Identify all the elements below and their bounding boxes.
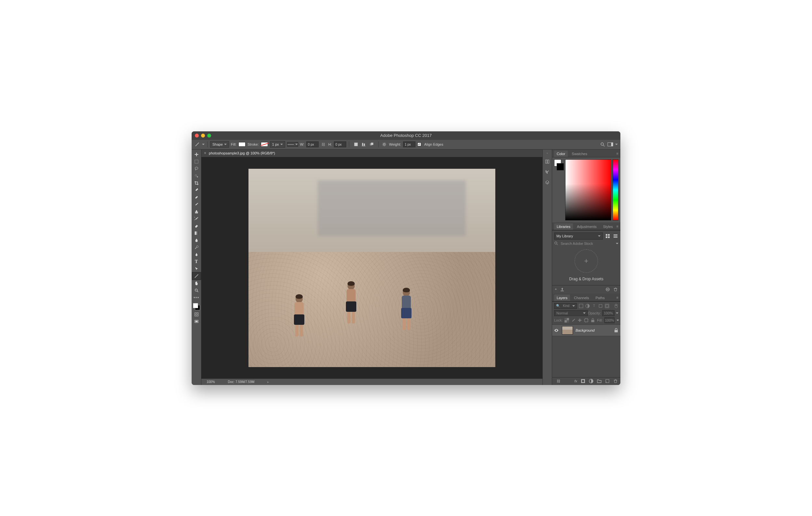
line-tool[interactable] bbox=[192, 272, 201, 280]
filter-type-icon[interactable]: T bbox=[592, 304, 596, 308]
filter-kind-dropdown[interactable]: 🔍Kind bbox=[554, 303, 577, 309]
shape-mode-dropdown[interactable]: Shape bbox=[210, 141, 229, 147]
pen-tool[interactable] bbox=[192, 251, 201, 258]
quick-select-tool[interactable] bbox=[192, 172, 201, 180]
lasso-tool[interactable] bbox=[192, 165, 201, 172]
adjustment-layer-icon[interactable] bbox=[589, 379, 593, 383]
path-operations-icon[interactable] bbox=[353, 141, 359, 147]
filter-pixel-icon[interactable] bbox=[579, 304, 583, 308]
history-panel-icon[interactable] bbox=[544, 158, 551, 165]
library-drop-zone[interactable]: + Drag & Drop Assets bbox=[554, 247, 618, 283]
crop-tool[interactable] bbox=[192, 180, 201, 187]
cc-sync-icon[interactable] bbox=[605, 287, 610, 292]
filter-shape-icon[interactable] bbox=[598, 304, 603, 308]
trash-icon[interactable] bbox=[613, 287, 618, 292]
filter-smart-icon[interactable] bbox=[605, 304, 609, 308]
weight-input[interactable] bbox=[403, 141, 415, 147]
maximize-window-button[interactable] bbox=[207, 134, 211, 138]
library-selector[interactable]: My Library bbox=[554, 233, 603, 240]
history-brush-tool[interactable] bbox=[192, 215, 201, 222]
dodge-tool[interactable] bbox=[192, 244, 201, 251]
eraser-tool[interactable] bbox=[192, 222, 201, 229]
delete-layer-icon[interactable] bbox=[613, 379, 618, 383]
stroke-swatch[interactable] bbox=[261, 142, 268, 147]
layer-name[interactable]: Background bbox=[576, 328, 595, 332]
workspace-switcher-icon[interactable] bbox=[607, 141, 613, 147]
fill-swatch[interactable] bbox=[238, 142, 245, 147]
screen-mode-button[interactable] bbox=[192, 318, 201, 325]
canvas-viewport[interactable] bbox=[201, 157, 543, 378]
link-wh-icon[interactable]: ⛓ bbox=[321, 142, 326, 146]
zoom-level[interactable]: 100% bbox=[207, 380, 215, 384]
new-layer-icon[interactable] bbox=[605, 379, 610, 383]
background-color-swatch[interactable] bbox=[557, 163, 564, 170]
color-field[interactable] bbox=[565, 159, 611, 220]
tab-swatches[interactable]: Swatches bbox=[569, 151, 590, 157]
minimize-window-button[interactable] bbox=[201, 134, 205, 138]
document-tab-title[interactable]: photoshopsample3.jpg @ 100% (RGB/8*) bbox=[209, 151, 275, 155]
workspace-dropdown[interactable] bbox=[615, 144, 618, 145]
lock-icon[interactable] bbox=[614, 328, 618, 333]
hue-slider[interactable] bbox=[613, 159, 618, 220]
marquee-tool[interactable] bbox=[192, 158, 201, 165]
lock-all-icon[interactable] bbox=[590, 318, 595, 323]
grid-view-icon[interactable] bbox=[605, 233, 611, 239]
lock-pixels-icon[interactable] bbox=[571, 318, 576, 323]
add-content-icon[interactable]: + bbox=[555, 287, 557, 292]
link-layers-icon[interactable]: ⛓ bbox=[557, 379, 560, 383]
edit-toolbar-button[interactable]: ••• bbox=[192, 294, 201, 301]
stroke-style-dropdown[interactable] bbox=[287, 142, 298, 147]
panel-menu-icon[interactable]: ≡ bbox=[616, 224, 618, 228]
panel-menu-icon[interactable]: ≡ bbox=[616, 296, 618, 299]
height-input[interactable] bbox=[334, 141, 346, 147]
blend-mode-dropdown[interactable]: Normal bbox=[554, 310, 588, 316]
panel-menu-icon[interactable]: ≡ bbox=[616, 152, 618, 156]
align-edges-checkbox[interactable]: ✓ bbox=[417, 142, 421, 146]
filter-toggle[interactable] bbox=[614, 304, 618, 308]
library-search[interactable]: Search Adobe Stock bbox=[554, 240, 618, 247]
tab-channels[interactable]: Channels bbox=[571, 295, 591, 301]
layer-row[interactable]: Background bbox=[552, 325, 620, 336]
gear-icon[interactable] bbox=[381, 141, 387, 147]
tab-color[interactable]: Color bbox=[554, 151, 568, 157]
stamp-tool[interactable] bbox=[192, 208, 201, 215]
tab-layers[interactable]: Layers bbox=[554, 295, 570, 301]
mask-icon[interactable] bbox=[581, 379, 585, 383]
gradient-tool[interactable] bbox=[192, 229, 201, 237]
lock-artboard-icon[interactable] bbox=[584, 318, 588, 323]
move-tool[interactable] bbox=[192, 151, 201, 158]
lock-transparency-icon[interactable] bbox=[564, 318, 569, 323]
doc-size[interactable]: Doc: 7.59M/7.59M bbox=[228, 380, 255, 384]
quick-mask-button[interactable] bbox=[192, 311, 201, 318]
healing-tool[interactable] bbox=[192, 194, 201, 201]
tool-preset-dropdown[interactable] bbox=[202, 144, 205, 145]
layer-thumbnail[interactable] bbox=[562, 326, 573, 334]
tab-libraries[interactable]: Libraries bbox=[554, 223, 573, 230]
type-tool[interactable]: T bbox=[192, 258, 201, 265]
opacity-input[interactable]: 100% bbox=[602, 310, 614, 316]
tab-paths[interactable]: Paths bbox=[593, 295, 607, 301]
list-view-icon[interactable] bbox=[613, 233, 618, 239]
properties-panel-icon[interactable] bbox=[544, 168, 551, 175]
search-icon[interactable] bbox=[600, 141, 605, 147]
fx-icon[interactable]: fx bbox=[574, 379, 577, 383]
stroke-width-dropdown[interactable]: 1 px bbox=[270, 141, 285, 147]
3d-panel-icon[interactable] bbox=[544, 179, 551, 186]
path-alignment-icon[interactable] bbox=[361, 141, 367, 147]
tab-adjustments[interactable]: Adjustments bbox=[574, 223, 599, 230]
upload-icon[interactable] bbox=[560, 287, 564, 292]
fg-bg-swatches[interactable] bbox=[192, 302, 201, 311]
path-arrangement-icon[interactable] bbox=[369, 141, 375, 147]
lock-position-icon[interactable] bbox=[578, 318, 582, 323]
close-window-button[interactable] bbox=[195, 134, 199, 138]
blur-tool[interactable] bbox=[192, 237, 201, 244]
group-icon[interactable] bbox=[597, 379, 602, 383]
hand-tool[interactable] bbox=[192, 280, 201, 287]
visibility-icon[interactable] bbox=[554, 328, 559, 333]
width-input[interactable] bbox=[306, 141, 319, 147]
zoom-tool[interactable] bbox=[192, 287, 201, 294]
filter-adjust-icon[interactable] bbox=[585, 304, 590, 308]
tab-styles[interactable]: Styles bbox=[601, 223, 615, 230]
eyedropper-tool[interactable] bbox=[192, 187, 201, 194]
fill-opacity-input[interactable]: 100% bbox=[605, 317, 614, 323]
